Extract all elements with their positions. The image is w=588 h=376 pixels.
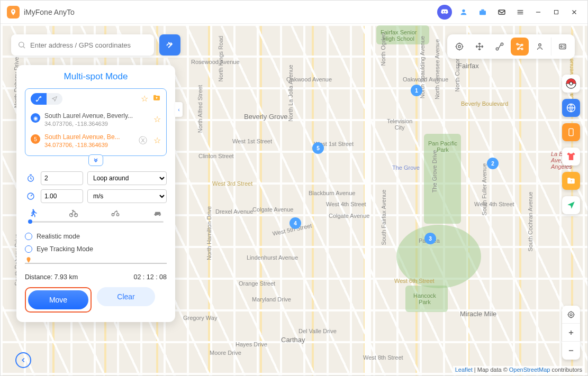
walk-icon[interactable] — [28, 208, 38, 220]
menu-icon[interactable] — [513, 5, 527, 19]
route-toggle-route-icon — [31, 93, 47, 105]
import-icon[interactable] — [562, 172, 580, 190]
svg-point-25 — [560, 46, 562, 48]
waypoint-5[interactable]: 5 — [312, 142, 324, 154]
svg-point-14 — [116, 214, 119, 216]
street-rosewood: Rosewood Avenue — [191, 59, 240, 65]
send-location-icon[interactable] — [562, 196, 580, 214]
street-clinton: Clinton Street — [198, 153, 234, 159]
map-mode-toolbar — [447, 34, 575, 59]
search-icon — [17, 41, 26, 49]
teleport-mode-icon[interactable] — [450, 38, 468, 56]
spot-marker-icon: 5 — [31, 134, 40, 144]
motorcycle-icon[interactable] — [110, 208, 121, 220]
phone-icon[interactable] — [562, 123, 580, 141]
speed-input[interactable] — [41, 189, 83, 203]
street-w3: West 3rd Street — [212, 180, 252, 187]
route-toggle[interactable] — [31, 93, 62, 105]
jump-teleport-icon[interactable] — [531, 38, 549, 56]
side-shortcuts — [562, 75, 580, 214]
waypoint-4[interactable]: 4 — [290, 217, 301, 229]
district-beverly-grove: Beverly Grove — [244, 113, 287, 121]
spot-list-box: ☆ ◉ South Laurel Avenue, Beverly... 34.0… — [25, 88, 167, 156]
svg-point-16 — [456, 43, 463, 50]
spot-item-1[interactable]: 5 South Laurel Avenue, Be... 34.073706, … — [31, 130, 161, 151]
spot-coords: 34.073706, -118.364639 — [44, 142, 134, 148]
spot-delete-icon[interactable]: ⓧ — [139, 135, 147, 146]
realistic-mode-label: Realistic mode — [37, 233, 80, 240]
favorite-all-icon[interactable]: ☆ — [141, 94, 148, 104]
street-lajolla: North La Jolla Avenue — [287, 65, 294, 121]
radio-icon — [25, 233, 32, 240]
back-button[interactable] — [15, 352, 31, 368]
maximize-button[interactable] — [549, 5, 563, 19]
svg-point-5 — [19, 42, 24, 47]
street-colgate: Colgate Avenue — [252, 206, 293, 213]
loop-mode-select[interactable]: Loop around — [87, 171, 167, 185]
osm-link[interactable]: OpenStreetMap — [509, 366, 550, 373]
waypoint-3[interactable]: 3 — [424, 233, 436, 244]
street-oakwood-b: Oakwood Avenue — [403, 76, 448, 82]
locate-me-button[interactable] — [562, 306, 580, 324]
zoom-controls — [562, 306, 580, 360]
spot-fav-icon[interactable]: ☆ — [153, 114, 161, 124]
multi-spot-mode-icon[interactable] — [511, 38, 529, 56]
spot-item-0[interactable]: ◉ South Laurel Avenue, Beverly... 34.073… — [31, 109, 161, 130]
distance-slider[interactable] — [25, 263, 167, 264]
minimize-button[interactable] — [531, 5, 545, 19]
mail-icon[interactable] — [494, 5, 509, 20]
pokeball-icon[interactable] — [562, 75, 580, 93]
waypoint-1[interactable]: 1 — [411, 85, 422, 96]
close-button[interactable] — [567, 5, 581, 19]
tshirt-icon[interactable] — [562, 148, 580, 166]
street-cochran: South Cochran Avenue — [527, 192, 533, 252]
settings-icon[interactable] — [554, 38, 572, 56]
realistic-mode-option[interactable]: Realistic mode — [25, 230, 167, 243]
eye-tracking-option[interactable]: Eye Tracking Mode — [25, 243, 167, 255]
search-go-button[interactable] — [159, 34, 180, 56]
street-beverly-blvd: Beverly Boulevard — [461, 100, 508, 107]
multispot-panel: ‹ Multi-spot Mode ☆ ◉ South Laurel Avenu… — [16, 65, 175, 322]
street-w4b: West 4th Street — [474, 201, 514, 207]
street-moore: Moore Drive — [210, 350, 241, 356]
export-folder-icon[interactable] — [152, 94, 161, 104]
svg-point-6 — [36, 100, 37, 101]
move-mode-icon[interactable] — [471, 38, 489, 56]
svg-point-15 — [458, 45, 461, 48]
zoom-out-button[interactable] — [562, 342, 580, 360]
car-icon[interactable] — [152, 208, 164, 220]
clear-button[interactable]: Clear — [97, 287, 155, 306]
loops-input[interactable] — [41, 171, 83, 185]
transport-modes — [25, 208, 167, 220]
zoom-in-button[interactable] — [562, 324, 580, 342]
spot-fav-icon[interactable]: ☆ — [153, 135, 161, 145]
app-title: iMyFone AnyTo — [24, 8, 75, 16]
svg-rect-3 — [499, 10, 505, 14]
svg-rect-4 — [555, 10, 558, 14]
map-attribution: Leaflet | Map data © OpenStreetMap contr… — [453, 366, 584, 373]
user-icon[interactable] — [456, 5, 471, 20]
discord-icon[interactable] — [437, 5, 452, 20]
street-drexel: Drexel Avenue — [215, 208, 253, 215]
dns-icon[interactable] — [562, 99, 580, 117]
bike-icon[interactable] — [68, 208, 79, 220]
app-logo-group: iMyFone AnyTo — [7, 6, 75, 19]
move-button[interactable]: Move — [28, 290, 88, 309]
distance-value: Distance: 7.93 km — [25, 273, 78, 281]
waypoint-2[interactable]: 2 — [487, 158, 499, 169]
street-w8: West 8th Street — [363, 354, 403, 361]
toolbox-icon[interactable] — [475, 5, 490, 20]
speed-icon — [25, 192, 37, 200]
expand-spots-button[interactable] — [88, 154, 103, 166]
two-spot-mode-icon[interactable] — [491, 38, 509, 56]
search-input[interactable] — [30, 41, 148, 49]
transport-slider[interactable] — [28, 221, 164, 223]
leaflet-link[interactable]: Leaflet — [455, 366, 473, 373]
street-w1: West 1st Street — [232, 138, 272, 144]
svg-point-23 — [539, 44, 541, 47]
panel-collapse-button[interactable]: ‹ — [175, 102, 183, 117]
speed-unit-select[interactable]: m/s — [87, 189, 167, 203]
street-genesee: North Genesee Avenue — [434, 39, 440, 99]
street-w4: West 4th Street — [326, 201, 366, 207]
radio-icon — [25, 245, 32, 253]
